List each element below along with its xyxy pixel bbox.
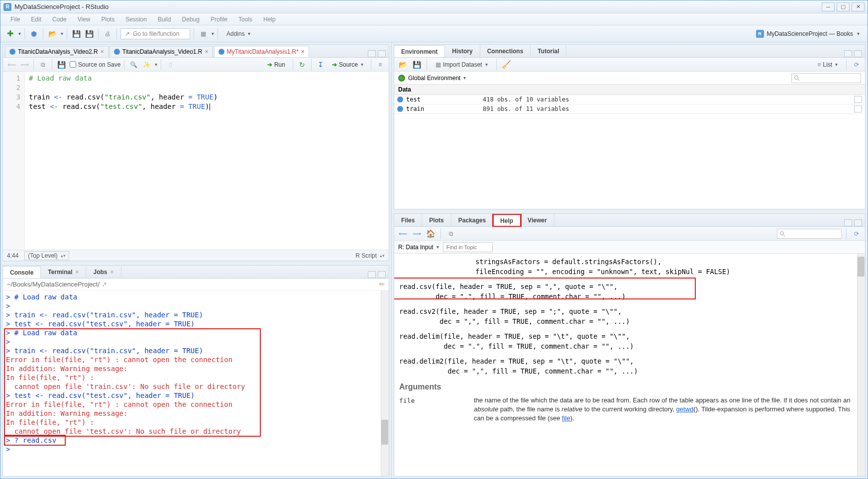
tab-plots[interactable]: Plots — [422, 214, 451, 226]
save-workspace-icon[interactable]: 💾 — [411, 59, 422, 70]
help-back-icon[interactable]: ⟸ — [397, 228, 408, 239]
open-file-icon[interactable]: 📂 — [47, 28, 58, 39]
help-scrollbar[interactable] — [857, 254, 865, 476]
code-text[interactable]: # Load raw data train <- read.csv("train… — [25, 72, 389, 250]
load-workspace-icon[interactable]: 📂 — [397, 59, 408, 70]
minimize-pane-icon[interactable] — [368, 50, 376, 57]
console-output[interactable]: > # Load raw data> > train <- read.csv("… — [3, 290, 389, 476]
menu-build[interactable]: Build — [153, 14, 176, 24]
tab-viewer[interactable]: Viewer — [521, 214, 554, 226]
minimize-pane-icon[interactable] — [368, 271, 376, 278]
scope-selector[interactable]: (Top Level) ▴▾ — [24, 251, 69, 260]
menu-profile[interactable]: Profile — [206, 14, 232, 24]
list-view-selector[interactable]: ≡ List ▾ — [813, 60, 842, 70]
print-icon[interactable]: 🖨 — [102, 28, 113, 39]
tab-terminal[interactable]: Terminal× — [41, 266, 86, 278]
help-popout-icon[interactable]: ⧉ — [445, 228, 456, 239]
code-editor[interactable]: 1234 # Load raw data train <- read.csv("… — [3, 72, 389, 250]
tab-environment[interactable]: Environment — [394, 45, 445, 57]
tab-console[interactable]: Console — [3, 266, 41, 278]
source-tab-video2[interactable]: TitanicDataAnalysis_Video2.R × — [5, 46, 108, 57]
menu-view[interactable]: View — [73, 14, 96, 24]
tab-packages[interactable]: Packages — [451, 214, 493, 226]
maximize-pane-icon[interactable] — [378, 50, 386, 57]
find-in-topic-input[interactable] — [443, 242, 493, 252]
expand-icon[interactable] — [397, 106, 403, 112]
new-project-icon[interactable]: ⬢ — [28, 28, 39, 39]
console-scrollbar[interactable] — [381, 290, 389, 476]
source-tab-video1[interactable]: TitanicDataAnalysis_Video1.R × — [109, 46, 213, 57]
back-icon[interactable]: ⟸ — [6, 59, 17, 70]
maximize-pane-icon[interactable] — [854, 50, 862, 57]
maximize-pane-icon[interactable] — [854, 219, 862, 226]
new-file-icon[interactable]: ✚ — [4, 28, 15, 39]
tab-tutorial[interactable]: Tutorial — [531, 45, 566, 57]
show-in-new-window-icon[interactable]: ⧉ — [37, 59, 48, 70]
addins-button[interactable]: Addins ▾ — [221, 29, 255, 39]
data-row-train[interactable]: train 891 obs. of 11 variables — [394, 104, 865, 114]
maximize-button[interactable]: ▢ — [837, 2, 850, 11]
tab-jobs[interactable]: Jobs× — [86, 266, 121, 278]
wand-icon[interactable]: ✨ — [141, 59, 152, 70]
clear-console-icon[interactable]: ✏ — [379, 281, 385, 288]
grid-dropdown[interactable]: ▾ — [212, 31, 214, 36]
help-home-icon[interactable]: 🏠 — [425, 228, 436, 239]
help-topic-selector[interactable]: R: Data Input ▾ — [398, 244, 439, 251]
grid-icon[interactable]: ▦ — [198, 28, 209, 39]
tab-connections[interactable]: Connections — [480, 45, 531, 57]
help-forward-icon[interactable]: ⟹ — [411, 228, 422, 239]
view-data-icon[interactable] — [854, 96, 862, 103]
scope-selector[interactable]: Global Environment ▾ — [408, 75, 466, 82]
menu-session[interactable]: Session — [120, 14, 152, 24]
clear-workspace-icon[interactable]: 🧹 — [501, 59, 512, 70]
close-tab-icon[interactable]: × — [101, 48, 104, 55]
menu-code[interactable]: Code — [47, 14, 72, 24]
save-icon[interactable]: 💾 — [71, 28, 82, 39]
tab-help[interactable]: Help — [493, 214, 521, 226]
rerun-icon[interactable]: ↻ — [297, 59, 308, 70]
menu-debug[interactable]: Debug — [177, 14, 205, 24]
project-selector[interactable]: R MyDataScienceProject — Books ▾ — [752, 28, 864, 39]
forward-icon[interactable]: ⟹ — [19, 59, 30, 70]
source-button[interactable]: ➔ Source ▾ — [328, 60, 367, 69]
minimize-pane-icon[interactable] — [844, 219, 852, 226]
source-on-save-checkbox[interactable] — [70, 61, 76, 68]
menu-help[interactable]: Help — [258, 14, 281, 24]
import-dataset-button[interactable]: ▦ Import Dataset ▾ — [432, 60, 492, 70]
menu-tools[interactable]: Tools — [233, 14, 257, 24]
scrollbar-thumb[interactable] — [381, 420, 388, 445]
help-search-input[interactable] — [777, 229, 842, 239]
save-icon[interactable]: 💾 — [56, 59, 67, 70]
environment-search-input[interactable] — [791, 73, 861, 83]
outline-icon[interactable]: ≡ — [375, 59, 386, 70]
menu-plots[interactable]: Plots — [97, 14, 120, 24]
open-recent-dropdown[interactable]: ▾ — [61, 31, 63, 36]
help-refresh-icon[interactable]: ⟳ — [851, 228, 862, 239]
close-tab-icon[interactable]: × — [301, 48, 305, 55]
maximize-pane-icon[interactable] — [378, 271, 386, 278]
file-mode-selector[interactable]: R Script ▴▾ — [355, 252, 385, 259]
tab-files[interactable]: Files — [394, 214, 422, 226]
notebook-icon[interactable]: ▯ — [165, 59, 176, 70]
close-button[interactable]: ✕ — [852, 2, 865, 11]
tab-history[interactable]: History — [445, 45, 480, 57]
view-data-icon[interactable] — [854, 105, 862, 112]
save-all-icon[interactable]: 💾 — [84, 28, 95, 39]
getwd-link[interactable]: getwd — [676, 405, 694, 413]
run-button[interactable]: ➔ Run — [263, 60, 289, 69]
path-arrow-icon[interactable]: ↗ — [102, 281, 107, 288]
help-content[interactable]: stringsAsFactors = default.stringsAsFact… — [394, 254, 865, 476]
minimize-pane-icon[interactable] — [844, 50, 852, 57]
expand-icon[interactable] — [397, 96, 403, 102]
go-to-section-icon[interactable]: ↧ — [315, 59, 326, 70]
scrollbar-thumb[interactable] — [858, 257, 865, 277]
file-link[interactable]: file — [562, 414, 570, 422]
close-tab-icon[interactable]: × — [205, 48, 209, 55]
minimize-button[interactable]: ─ — [822, 2, 835, 11]
find-icon[interactable]: 🔍 — [128, 59, 139, 70]
source-tab-mytitanic[interactable]: MyTitanicDataAnalysis1.R* × — [214, 46, 309, 57]
goto-file-input[interactable]: ↗ Go to file/function — [120, 28, 190, 39]
data-row-test[interactable]: test 418 obs. of 10 variables — [394, 95, 865, 104]
menu-file[interactable]: File — [5, 14, 25, 24]
menu-edit[interactable]: Edit — [26, 14, 46, 24]
